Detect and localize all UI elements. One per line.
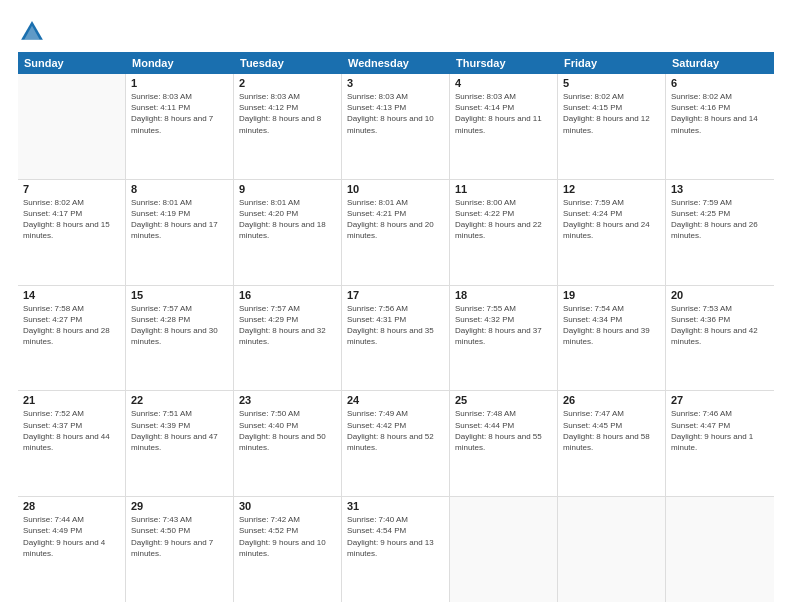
header: [18, 18, 774, 46]
sun-info: Sunrise: 7:50 AM Sunset: 4:40 PM Dayligh…: [239, 408, 336, 453]
calendar-row: 1Sunrise: 8:03 AM Sunset: 4:11 PM Daylig…: [18, 74, 774, 180]
calendar-row: 21Sunrise: 7:52 AM Sunset: 4:37 PM Dayli…: [18, 391, 774, 497]
day-number: 25: [455, 394, 552, 406]
calendar-cell: 29Sunrise: 7:43 AM Sunset: 4:50 PM Dayli…: [126, 497, 234, 602]
sun-info: Sunrise: 8:03 AM Sunset: 4:13 PM Dayligh…: [347, 91, 444, 136]
sun-info: Sunrise: 8:03 AM Sunset: 4:12 PM Dayligh…: [239, 91, 336, 136]
sun-info: Sunrise: 7:49 AM Sunset: 4:42 PM Dayligh…: [347, 408, 444, 453]
weekday-header: Wednesday: [342, 52, 450, 74]
calendar-cell: 25Sunrise: 7:48 AM Sunset: 4:44 PM Dayli…: [450, 391, 558, 496]
sun-info: Sunrise: 7:59 AM Sunset: 4:24 PM Dayligh…: [563, 197, 660, 242]
day-number: 2: [239, 77, 336, 89]
calendar-cell: 10Sunrise: 8:01 AM Sunset: 4:21 PM Dayli…: [342, 180, 450, 285]
calendar-cell: 22Sunrise: 7:51 AM Sunset: 4:39 PM Dayli…: [126, 391, 234, 496]
sun-info: Sunrise: 7:57 AM Sunset: 4:28 PM Dayligh…: [131, 303, 228, 348]
day-number: 10: [347, 183, 444, 195]
day-number: 9: [239, 183, 336, 195]
logo: [18, 18, 50, 46]
calendar-cell: 14Sunrise: 7:58 AM Sunset: 4:27 PM Dayli…: [18, 286, 126, 391]
sun-info: Sunrise: 8:02 AM Sunset: 4:15 PM Dayligh…: [563, 91, 660, 136]
sun-info: Sunrise: 7:40 AM Sunset: 4:54 PM Dayligh…: [347, 514, 444, 559]
sun-info: Sunrise: 7:59 AM Sunset: 4:25 PM Dayligh…: [671, 197, 769, 242]
weekday-header: Sunday: [18, 52, 126, 74]
day-number: 1: [131, 77, 228, 89]
sun-info: Sunrise: 7:56 AM Sunset: 4:31 PM Dayligh…: [347, 303, 444, 348]
calendar-cell: 21Sunrise: 7:52 AM Sunset: 4:37 PM Dayli…: [18, 391, 126, 496]
day-number: 24: [347, 394, 444, 406]
sun-info: Sunrise: 7:51 AM Sunset: 4:39 PM Dayligh…: [131, 408, 228, 453]
calendar-cell: 26Sunrise: 7:47 AM Sunset: 4:45 PM Dayli…: [558, 391, 666, 496]
calendar-cell: 3Sunrise: 8:03 AM Sunset: 4:13 PM Daylig…: [342, 74, 450, 179]
weekday-header: Tuesday: [234, 52, 342, 74]
weekday-header: Thursday: [450, 52, 558, 74]
day-number: 22: [131, 394, 228, 406]
logo-icon: [18, 18, 46, 46]
sun-info: Sunrise: 7:58 AM Sunset: 4:27 PM Dayligh…: [23, 303, 120, 348]
day-number: 7: [23, 183, 120, 195]
calendar-cell: 12Sunrise: 7:59 AM Sunset: 4:24 PM Dayli…: [558, 180, 666, 285]
calendar-cell: 30Sunrise: 7:42 AM Sunset: 4:52 PM Dayli…: [234, 497, 342, 602]
calendar-cell: 31Sunrise: 7:40 AM Sunset: 4:54 PM Dayli…: [342, 497, 450, 602]
day-number: 29: [131, 500, 228, 512]
calendar-cell: 8Sunrise: 8:01 AM Sunset: 4:19 PM Daylig…: [126, 180, 234, 285]
calendar-cell: 27Sunrise: 7:46 AM Sunset: 4:47 PM Dayli…: [666, 391, 774, 496]
day-number: 6: [671, 77, 769, 89]
calendar-cell: 11Sunrise: 8:00 AM Sunset: 4:22 PM Dayli…: [450, 180, 558, 285]
day-number: 19: [563, 289, 660, 301]
sun-info: Sunrise: 7:55 AM Sunset: 4:32 PM Dayligh…: [455, 303, 552, 348]
sun-info: Sunrise: 8:03 AM Sunset: 4:14 PM Dayligh…: [455, 91, 552, 136]
calendar-cell: [450, 497, 558, 602]
calendar-row: 7Sunrise: 8:02 AM Sunset: 4:17 PM Daylig…: [18, 180, 774, 286]
sun-info: Sunrise: 7:53 AM Sunset: 4:36 PM Dayligh…: [671, 303, 769, 348]
day-number: 30: [239, 500, 336, 512]
weekday-header: Friday: [558, 52, 666, 74]
day-number: 14: [23, 289, 120, 301]
calendar-cell: 19Sunrise: 7:54 AM Sunset: 4:34 PM Dayli…: [558, 286, 666, 391]
sun-info: Sunrise: 8:00 AM Sunset: 4:22 PM Dayligh…: [455, 197, 552, 242]
sun-info: Sunrise: 8:02 AM Sunset: 4:16 PM Dayligh…: [671, 91, 769, 136]
day-number: 4: [455, 77, 552, 89]
calendar-cell: 28Sunrise: 7:44 AM Sunset: 4:49 PM Dayli…: [18, 497, 126, 602]
day-number: 28: [23, 500, 120, 512]
calendar-header: SundayMondayTuesdayWednesdayThursdayFrid…: [18, 52, 774, 74]
calendar-cell: [666, 497, 774, 602]
day-number: 20: [671, 289, 769, 301]
sun-info: Sunrise: 7:54 AM Sunset: 4:34 PM Dayligh…: [563, 303, 660, 348]
calendar-cell: 1Sunrise: 8:03 AM Sunset: 4:11 PM Daylig…: [126, 74, 234, 179]
sun-info: Sunrise: 7:52 AM Sunset: 4:37 PM Dayligh…: [23, 408, 120, 453]
day-number: 15: [131, 289, 228, 301]
sun-info: Sunrise: 8:02 AM Sunset: 4:17 PM Dayligh…: [23, 197, 120, 242]
calendar-row: 14Sunrise: 7:58 AM Sunset: 4:27 PM Dayli…: [18, 286, 774, 392]
sun-info: Sunrise: 7:48 AM Sunset: 4:44 PM Dayligh…: [455, 408, 552, 453]
calendar-cell: 5Sunrise: 8:02 AM Sunset: 4:15 PM Daylig…: [558, 74, 666, 179]
day-number: 13: [671, 183, 769, 195]
sun-info: Sunrise: 8:03 AM Sunset: 4:11 PM Dayligh…: [131, 91, 228, 136]
sun-info: Sunrise: 8:01 AM Sunset: 4:19 PM Dayligh…: [131, 197, 228, 242]
calendar-cell: 17Sunrise: 7:56 AM Sunset: 4:31 PM Dayli…: [342, 286, 450, 391]
calendar-cell: 2Sunrise: 8:03 AM Sunset: 4:12 PM Daylig…: [234, 74, 342, 179]
sun-info: Sunrise: 7:42 AM Sunset: 4:52 PM Dayligh…: [239, 514, 336, 559]
day-number: 27: [671, 394, 769, 406]
calendar-cell: 9Sunrise: 8:01 AM Sunset: 4:20 PM Daylig…: [234, 180, 342, 285]
calendar-cell: 4Sunrise: 8:03 AM Sunset: 4:14 PM Daylig…: [450, 74, 558, 179]
day-number: 18: [455, 289, 552, 301]
day-number: 5: [563, 77, 660, 89]
calendar-cell: [558, 497, 666, 602]
calendar-cell: [18, 74, 126, 179]
calendar-cell: 6Sunrise: 8:02 AM Sunset: 4:16 PM Daylig…: [666, 74, 774, 179]
calendar-row: 28Sunrise: 7:44 AM Sunset: 4:49 PM Dayli…: [18, 497, 774, 602]
day-number: 31: [347, 500, 444, 512]
day-number: 23: [239, 394, 336, 406]
day-number: 16: [239, 289, 336, 301]
sun-info: Sunrise: 7:43 AM Sunset: 4:50 PM Dayligh…: [131, 514, 228, 559]
day-number: 26: [563, 394, 660, 406]
calendar-cell: 7Sunrise: 8:02 AM Sunset: 4:17 PM Daylig…: [18, 180, 126, 285]
calendar-cell: 20Sunrise: 7:53 AM Sunset: 4:36 PM Dayli…: [666, 286, 774, 391]
calendar-cell: 13Sunrise: 7:59 AM Sunset: 4:25 PM Dayli…: [666, 180, 774, 285]
day-number: 3: [347, 77, 444, 89]
sun-info: Sunrise: 8:01 AM Sunset: 4:21 PM Dayligh…: [347, 197, 444, 242]
calendar-cell: 16Sunrise: 7:57 AM Sunset: 4:29 PM Dayli…: [234, 286, 342, 391]
weekday-header: Saturday: [666, 52, 774, 74]
sun-info: Sunrise: 7:44 AM Sunset: 4:49 PM Dayligh…: [23, 514, 120, 559]
day-number: 8: [131, 183, 228, 195]
